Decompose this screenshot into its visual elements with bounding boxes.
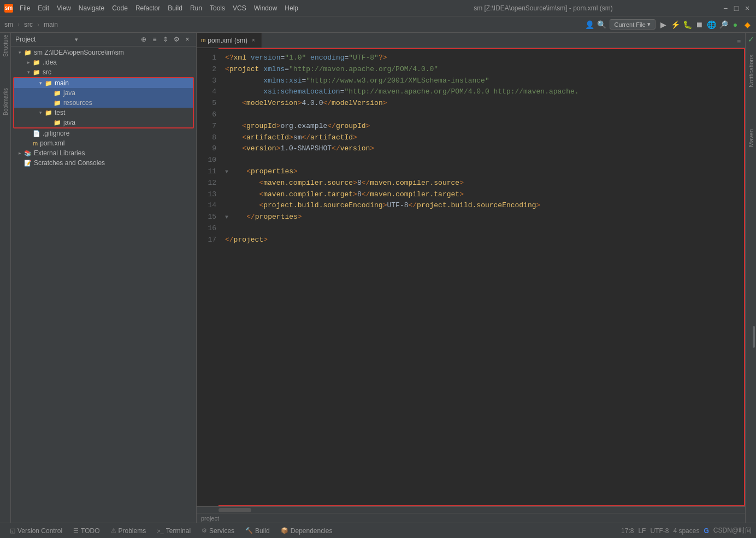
menu-build[interactable]: Build: [164, 3, 186, 13]
dependencies-icon: 📦: [281, 527, 288, 534]
maven-tab[interactable]: Maven: [747, 125, 755, 151]
tree-item-scratches[interactable]: 📝 Scratches and Consoles: [11, 158, 196, 168]
app-icon: sm: [4, 4, 13, 13]
code-line-4: xsi:schemaLocation="http://maven.apache.…: [225, 86, 739, 98]
window-title: sm [Z:\IDEA\openSource\im\sm] - pom.xml …: [369, 4, 718, 12]
profile-icon[interactable]: 👤: [586, 20, 594, 29]
right-sidebar: ✓ Notifications Maven: [745, 33, 756, 523]
line-num-10: 10: [199, 155, 216, 166]
scrollbar-thumb[interactable]: [218, 508, 251, 512]
bottom-tab-version-control[interactable]: ◱ Version Control: [4, 525, 68, 537]
tab-name: pom.xml (sm): [208, 37, 247, 44]
build-icon[interactable]: ⚡: [671, 20, 680, 29]
menu-vcs[interactable]: VCS: [229, 3, 250, 13]
bottom-tab-build[interactable]: 🔨 Build: [240, 525, 275, 537]
tree-item-main[interactable]: ▾ 📁 main: [14, 78, 193, 88]
menu-edit[interactable]: Edit: [34, 3, 52, 13]
code-line-6: [225, 109, 739, 121]
line-num-17: 17: [199, 235, 216, 246]
menu-tools[interactable]: Tools: [206, 3, 228, 13]
dependencies-label: Dependencies: [291, 527, 333, 535]
encoding-status[interactable]: UTF-8: [650, 527, 669, 535]
tree-label-idea: .idea: [43, 59, 57, 66]
code-line-1: <?xml version="1.0" encoding="UTF-8"?>: [225, 52, 739, 64]
share-icon[interactable]: ◆: [743, 20, 752, 29]
java-folder-icon: 📁: [54, 90, 61, 97]
menu-file[interactable]: File: [16, 3, 33, 13]
structure-tab[interactable]: Structure: [1, 35, 10, 57]
menu-refactor[interactable]: Refactor: [132, 3, 163, 13]
tree-item-idea[interactable]: ▸ 📁 .idea: [11, 57, 196, 67]
tab-close-button[interactable]: ×: [252, 37, 255, 43]
code-editor[interactable]: <?xml version="1.0" encoding="UTF-8"?> <…: [218, 48, 745, 506]
project-dropdown-arrow[interactable]: ▾: [75, 36, 78, 43]
folder-icon: 📁: [33, 59, 40, 66]
current-file-button[interactable]: Current File ▾: [610, 19, 655, 30]
tree-item-pom-xml[interactable]: m pom.xml: [11, 138, 196, 148]
debug-icon[interactable]: 🐛: [683, 20, 692, 29]
bottom-tab-services[interactable]: ⚙ Services: [196, 525, 240, 537]
close-button[interactable]: ×: [743, 4, 752, 13]
tree-arrow-src: ▾: [25, 69, 32, 75]
folder-icon: 📁: [24, 49, 32, 56]
line-ending: LF: [638, 527, 646, 535]
stop-icon[interactable]: ⏹: [695, 20, 704, 29]
bottom-tab-terminal[interactable]: >_ Terminal: [151, 525, 196, 537]
panel-scroll-icon[interactable]: ⇕: [161, 35, 170, 44]
run-icon[interactable]: ▶: [659, 20, 668, 29]
bookmarks-tab[interactable]: Bookmarks: [1, 91, 10, 113]
bottom-tab-dependencies[interactable]: 📦 Dependencies: [275, 525, 338, 537]
bottom-tab-todo[interactable]: ☰ TODO: [68, 525, 105, 537]
indent-status[interactable]: 4 spaces: [673, 527, 699, 535]
tree-item-ext-libs[interactable]: ▸ 📚 External Libraries: [11, 148, 196, 158]
tree-item-java-main[interactable]: 📁 java: [14, 88, 193, 98]
extra-status: CSDN@时间: [713, 526, 752, 535]
tree-item-gitignore[interactable]: 📄 .gitignore: [11, 128, 196, 138]
bottom-tab-problems[interactable]: ⚠ Problems: [105, 525, 152, 537]
color-icon[interactable]: ●: [731, 20, 740, 29]
project-panel: Project ▾ ⊕ ≡ ⇕ ⚙ × ▾ 📁 sm Z:\IDEA\openS…: [11, 33, 197, 523]
tree-item-java-test[interactable]: 📁 java: [14, 118, 193, 127]
menu-run[interactable]: Run: [187, 3, 205, 13]
menu-window[interactable]: Window: [251, 3, 281, 13]
horizontal-scrollbar[interactable]: [197, 506, 745, 513]
editor-tabs: m pom.xml (sm) × ≡: [197, 33, 745, 48]
services-icon: ⚙: [202, 527, 207, 534]
pom-xml-icon: m: [33, 140, 38, 147]
minimize-button[interactable]: −: [721, 4, 730, 13]
breadcrumb-main[interactable]: main: [44, 21, 58, 28]
panel-collapse-all-icon[interactable]: ≡: [150, 35, 159, 44]
translate-icon[interactable]: 🌐: [707, 20, 716, 29]
maximize-button[interactable]: □: [732, 4, 741, 13]
test-folder-icon: 📁: [45, 109, 52, 116]
tree-label-main: main: [55, 79, 69, 87]
notifications-tab[interactable]: Notifications: [747, 50, 755, 92]
code-line-12: <maven.compiler.source>8</maven.compiler…: [225, 178, 739, 189]
editor-tab-pom[interactable]: m pom.xml (sm) ×: [197, 33, 262, 48]
tab-xml-icon: m: [201, 37, 205, 43]
search-everywhere-icon[interactable]: 🔍: [598, 20, 606, 29]
menu-code[interactable]: Code: [109, 3, 131, 13]
panel-add-content-icon[interactable]: ⊕: [139, 35, 148, 44]
panel-gear-icon[interactable]: ⚙: [172, 35, 181, 44]
line-num-1: 1: [199, 52, 216, 64]
code-line-3: xmlns:xsi="http://www.w3.org/2001/XMLSch…: [225, 75, 739, 87]
current-file-arrow: ▾: [647, 21, 651, 28]
tree-item-src[interactable]: ▾ 📁 src: [11, 67, 196, 77]
tree-item-resources[interactable]: 📁 resources: [14, 98, 193, 108]
breadcrumb-src[interactable]: src: [24, 21, 33, 28]
tree-label-gitignore: .gitignore: [43, 130, 69, 137]
menu-view[interactable]: View: [54, 3, 74, 13]
find-icon[interactable]: 🔎: [719, 20, 728, 29]
line-num-9: 9: [199, 143, 216, 155]
menu-navigate[interactable]: Navigate: [75, 3, 108, 13]
problems-label: Problems: [119, 527, 146, 535]
tree-item-test[interactable]: ▾ 📁 test: [14, 108, 193, 118]
panel-close-icon[interactable]: ×: [183, 35, 192, 44]
line-num-3: 3: [199, 75, 216, 87]
tab-settings-icon[interactable]: ≡: [733, 36, 745, 48]
menu-help[interactable]: Help: [281, 3, 302, 13]
tree-label-pom: pom.xml: [40, 139, 64, 147]
breadcrumb-sm[interactable]: sm: [4, 21, 13, 28]
tree-item-sm-root[interactable]: ▾ 📁 sm Z:\IDEA\openSource\im\sm: [11, 48, 196, 57]
